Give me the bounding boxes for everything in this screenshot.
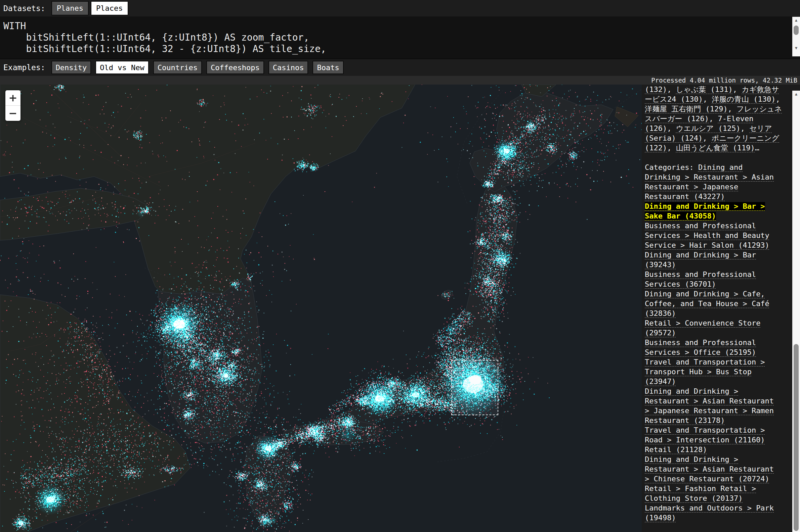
scroll-up-icon[interactable]: ▲ bbox=[792, 17, 800, 23]
brand-link[interactable]: ウエルシア (125) bbox=[676, 124, 741, 133]
results-sidebar: (132), しゃぶ葉 (131), カギ救急サービス24 (130), 洋服の… bbox=[642, 76, 800, 532]
dataset-button-planes[interactable]: Planes bbox=[51, 1, 89, 16]
query-stats: Processed 4.04 million rows, 42.32 MiB bbox=[0, 76, 800, 84]
editor-scroll-thumb[interactable] bbox=[794, 25, 799, 35]
category-link[interactable]: Dining and Drinking > Restaurant > Asian… bbox=[645, 387, 774, 424]
brand-link[interactable]: (132) bbox=[645, 85, 667, 94]
map-selection-rectangle[interactable] bbox=[451, 360, 498, 415]
examples-bar: Examples: Density Old vs New Countries C… bbox=[0, 59, 800, 76]
map-canvas[interactable] bbox=[0, 84, 642, 532]
brand-link[interactable]: 山田うどん食堂 (119) bbox=[676, 144, 755, 152]
category-link[interactable]: Travel and Transportation > Road > Inter… bbox=[645, 426, 765, 444]
sidebar-scroll-thumb[interactable] bbox=[794, 344, 799, 531]
category-link[interactable]: Business and Professional Services > Off… bbox=[645, 338, 756, 357]
code-line: WITH bbox=[3, 20, 790, 32]
datasets-bar: Datasets: Planes Places bbox=[0, 0, 800, 16]
code-line: bitShiftLeft(1::UInt64, {z:UInt8}) AS zo… bbox=[3, 32, 790, 43]
category-link[interactable]: Business and Professional Services > Hea… bbox=[645, 222, 769, 249]
brand-link[interactable]: しゃぶ葉 (131) bbox=[676, 85, 733, 94]
editor-scrollbar[interactable]: ▲ ▼ bbox=[792, 17, 800, 56]
dataset-button-places[interactable]: Places bbox=[91, 1, 128, 16]
category-link[interactable]: Dining and Drinking > Restaurant > Asian… bbox=[645, 455, 774, 483]
map-container[interactable]: + − bbox=[0, 84, 642, 532]
example-button-boats[interactable]: Boats bbox=[312, 61, 343, 74]
example-button-countries[interactable]: Countries bbox=[153, 61, 202, 74]
categories-label: Categories: bbox=[645, 163, 698, 172]
results-content: (132), しゃぶ葉 (131), カギ救急サービス24 (130), 洋服の… bbox=[645, 84, 783, 522]
example-button-density[interactable]: Density bbox=[51, 61, 91, 74]
category-link[interactable]: Dining and Drinking > Cafe, Coffee, and … bbox=[645, 290, 769, 318]
datasets-label: Datasets: bbox=[3, 4, 46, 13]
example-button-casinos[interactable]: Casinos bbox=[269, 61, 308, 74]
category-list: Categories: Dining and Drinking > Restau… bbox=[645, 163, 783, 522]
sql-editor[interactable]: WITH bitShiftLeft(1::UInt64, {z:UInt8}) … bbox=[0, 16, 800, 59]
map-zoom-control: + − bbox=[5, 90, 20, 121]
category-items: Dining and Drinking > Restaurant > Asian… bbox=[645, 163, 774, 522]
example-button-old-vs-new[interactable]: Old vs New bbox=[95, 61, 148, 74]
scroll-down-icon[interactable]: ▼ bbox=[792, 45, 800, 51]
category-link-selected[interactable]: Dining and Drinking > Bar > Sake Bar (43… bbox=[645, 202, 765, 220]
zoom-out-button[interactable]: − bbox=[5, 106, 20, 121]
category-link[interactable]: Dining and Drinking > Bar (39243) bbox=[645, 251, 756, 269]
examples-label: Examples: bbox=[3, 63, 46, 72]
example-button-coffeeshops[interactable]: Coffeeshops bbox=[206, 61, 264, 74]
sidebar-scrollbar[interactable]: ▲ bbox=[792, 91, 800, 532]
category-link[interactable]: Retail > Fashion Retail > Clothing Store… bbox=[645, 484, 756, 502]
code-line: bitShiftLeft(1::UInt64, 32 - {z:UInt8}) … bbox=[3, 43, 790, 55]
brand-link[interactable]: 洋麺屋 五右衛門 (129) bbox=[645, 105, 728, 113]
category-link[interactable]: Business and Professional Services (3670… bbox=[645, 270, 756, 288]
category-link[interactable]: Travel and Transportation > Transport Hu… bbox=[645, 358, 765, 386]
scroll-up-icon[interactable]: ▲ bbox=[792, 91, 800, 97]
zoom-in-button[interactable]: + bbox=[5, 90, 20, 106]
brand-link[interactable]: 洋服の青山 (130) bbox=[712, 95, 776, 103]
category-link[interactable]: Landmarks and Outdoors > Park (19498) bbox=[645, 504, 774, 522]
category-link[interactable]: Retail (21128) bbox=[645, 445, 707, 454]
category-link[interactable]: Retail > Convenience Store (29572) bbox=[645, 319, 760, 337]
brand-list: (132), しゃぶ葉 (131), カギ救急サービス24 (130), 洋服の… bbox=[645, 84, 783, 153]
